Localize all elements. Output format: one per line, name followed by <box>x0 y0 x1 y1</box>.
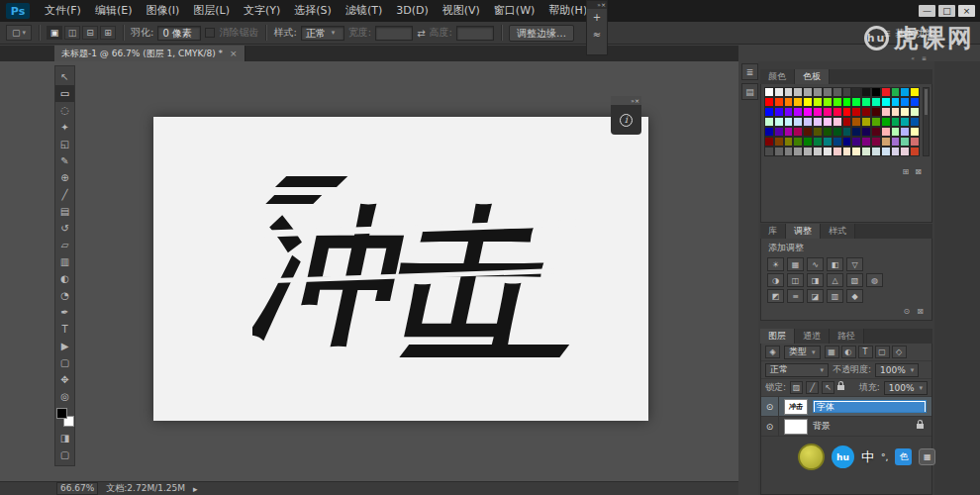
filter-type-select[interactable]: 类型 ▾ <box>784 346 821 359</box>
scrollbar[interactable] <box>923 87 930 156</box>
color-swatch[interactable] <box>794 138 802 146</box>
lock-pixels-icon[interactable]: ╱ <box>806 381 819 394</box>
style-select[interactable]: 正常 ▾ <box>301 26 344 41</box>
layers-tab-图层[interactable]: 图层 <box>760 329 795 344</box>
ime-mode-indicator[interactable]: 中 <box>861 448 874 466</box>
color-swatch[interactable] <box>862 98 870 106</box>
color-swatch[interactable] <box>833 88 841 96</box>
layer-row[interactable]: ⊙冲击字体 <box>761 397 931 417</box>
layer-visibility-icon[interactable]: ⊙ <box>761 397 779 417</box>
filter-kind-icon[interactable]: ◈ <box>765 346 780 358</box>
new-selection-icon[interactable]: ▣ <box>47 26 62 40</box>
layer-name[interactable]: 背景 <box>813 420 831 433</box>
quick-selection-tool[interactable]: ✦ <box>55 119 74 136</box>
color-swatch[interactable] <box>852 98 860 106</box>
panel-header[interactable]: »× <box>587 1 607 9</box>
foreground-color-chip[interactable] <box>56 408 67 419</box>
height-input[interactable] <box>456 26 494 41</box>
color-swatch[interactable] <box>892 88 900 96</box>
color-swatch[interactable] <box>804 138 812 146</box>
pixel-layer-filter-icon[interactable]: ▦ <box>825 346 839 358</box>
color-swatch[interactable] <box>882 88 890 96</box>
clone-stamp-tool[interactable]: ▤ <box>55 203 74 220</box>
panel-header[interactable]: »× <box>611 96 641 105</box>
color-swatch[interactable] <box>814 148 822 155</box>
color-swatch[interactable] <box>765 98 773 106</box>
color-swatch[interactable] <box>862 138 870 146</box>
menu-item[interactable]: 视图(V) <box>436 0 487 22</box>
color-swatch[interactable] <box>785 108 793 116</box>
color-swatch[interactable] <box>785 88 793 96</box>
vibrance-icon[interactable]: ▽ <box>846 257 863 271</box>
color-swatch[interactable] <box>794 118 802 126</box>
color-swatch[interactable] <box>872 88 880 96</box>
color-swatch[interactable] <box>882 98 890 106</box>
dock-menu-icon[interactable]: ≡ <box>922 54 927 61</box>
adjustments-tab-样式[interactable]: 样式 <box>821 224 855 239</box>
close-button[interactable]: × <box>958 5 975 17</box>
rectangle-tool[interactable]: ▢ <box>55 354 74 371</box>
color-swatch[interactable] <box>785 98 793 106</box>
color-swatch[interactable] <box>901 128 909 136</box>
color-swatch[interactable] <box>833 138 841 146</box>
menu-item[interactable]: 滤镜(T) <box>339 0 389 22</box>
brightness-contrast-icon[interactable]: ☀ <box>767 257 784 271</box>
color-swatch[interactable] <box>765 148 773 155</box>
color-swatch[interactable] <box>892 128 900 136</box>
color-swatch[interactable] <box>901 148 909 155</box>
color-swatch[interactable] <box>775 88 783 96</box>
color-swatch[interactable] <box>892 148 900 155</box>
ruler-icon[interactable]: ≈ <box>587 26 607 43</box>
color-swatch[interactable] <box>785 148 793 155</box>
color-swatch[interactable] <box>882 118 890 126</box>
color-swatch[interactable] <box>852 88 860 96</box>
color-swatch[interactable] <box>765 118 773 126</box>
width-input[interactable] <box>375 26 413 41</box>
swatches-tab-色板[interactable]: 色板 <box>795 69 830 84</box>
maximize-button[interactable]: □ <box>938 5 955 17</box>
color-swatch[interactable] <box>814 118 822 126</box>
pen-tool[interactable]: ✒ <box>55 304 74 321</box>
menu-item[interactable]: 文件(F) <box>38 0 88 22</box>
color-swatch[interactable] <box>892 98 900 106</box>
lock-all-icon[interactable] <box>837 385 844 390</box>
color-swatch[interactable] <box>804 88 812 96</box>
color-swatch[interactable] <box>911 148 919 155</box>
color-swatch[interactable] <box>882 138 890 146</box>
threshold-icon[interactable]: ◪ <box>807 289 824 303</box>
smart-object-filter-icon[interactable]: ◇ <box>892 346 907 358</box>
color-swatch[interactable] <box>814 98 822 106</box>
color-swatch[interactable] <box>824 98 832 106</box>
floating-mini-panel[interactable]: »× +≈ <box>586 0 608 55</box>
color-swatch[interactable] <box>911 88 919 96</box>
layer-visibility-icon[interactable]: ⊙ <box>761 417 779 437</box>
hand-tool[interactable]: ✥ <box>55 371 74 388</box>
color-swatch[interactable] <box>785 118 793 126</box>
exposure-icon[interactable]: ◧ <box>827 257 843 271</box>
color-swatch[interactable] <box>775 118 783 126</box>
swap-dimensions-icon[interactable]: ⇄ <box>417 28 425 39</box>
color-swatch[interactable] <box>892 138 900 146</box>
color-swatch[interactable] <box>901 138 909 146</box>
color-swatch[interactable] <box>804 98 812 106</box>
opacity-select[interactable]: 100% ▾ <box>875 363 919 377</box>
selective-color-icon[interactable]: ◆ <box>846 289 863 303</box>
color-swatch[interactable] <box>814 88 822 96</box>
color-swatch[interactable] <box>852 138 860 146</box>
color-swatch[interactable] <box>843 128 851 136</box>
color-swatch[interactable] <box>804 118 812 126</box>
color-swatch[interactable] <box>901 98 909 106</box>
screen-mode-icon[interactable]: ▢ <box>55 446 74 463</box>
subtract-from-selection-icon[interactable]: ⊟ <box>82 26 98 40</box>
blur-tool[interactable]: ◐ <box>55 270 74 287</box>
color-swatch[interactable] <box>862 118 870 126</box>
photo-filter-icon[interactable]: △ <box>827 273 843 287</box>
properties-panel-icon[interactable]: ▤ <box>741 83 758 100</box>
color-swatch[interactable] <box>843 108 851 116</box>
layers-tab-路径[interactable]: 路径 <box>830 329 864 344</box>
layer-name-input[interactable]: 字体 <box>813 400 927 413</box>
color-swatch[interactable] <box>882 128 890 136</box>
black-white-icon[interactable]: ◨ <box>807 273 824 287</box>
artboard[interactable]: 冲击 <box>153 117 648 421</box>
menu-item[interactable]: 图像(I) <box>139 0 186 22</box>
